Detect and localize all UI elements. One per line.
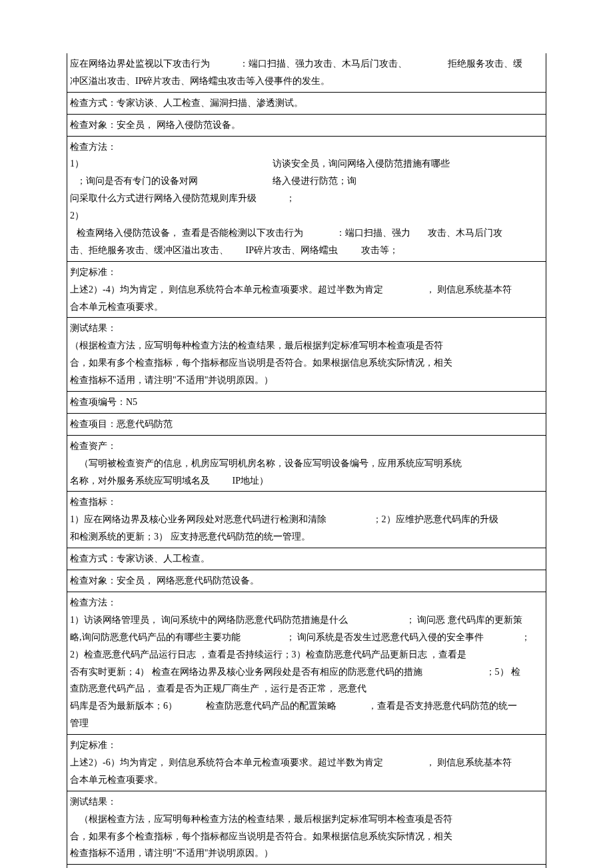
text: ；5） 检 <box>486 663 521 681</box>
text: 检查指标不适用，请注明"不适用"并说明原因。） <box>70 372 543 389</box>
cell-r6: 测试结果： （根据检查方法，应写明每种检查方法的检查结果，最后根据判定标准写明本… <box>67 318 546 392</box>
text: 名称，对外服务系统应写明域名及 <box>70 472 230 490</box>
cell-r12: 检查对象：安全员， 网络恶意代码防范设备。 <box>67 570 546 592</box>
cell-r8: 检查项目：恶意代码防范 <box>67 413 546 435</box>
text: 和检测系统的更新；3） 应支持恶意代码防范的统一管理。 <box>70 528 543 546</box>
text: 否有实时更新；4） 检查在网络边界及核心业务网段处是否有相应的防恶意代码的措施 <box>70 663 483 681</box>
text: 检查资产： <box>70 438 543 455</box>
document-page: 应在网络边界处监视以下攻击行为 ：端口扫描、强力攻击、木马后门攻击、 拒绝服务攻… <box>0 0 613 868</box>
text: ； <box>521 629 530 646</box>
cell-r15: 测试结果： （根据检查方法，应写明每种检查方法的检查结果，最后根据判定标准写明本… <box>67 791 546 865</box>
text: IP地址） <box>233 472 269 490</box>
text: 查防恶意代码产品， 查看是否为正规厂商生产 ，运行是否正常， 恶意代 <box>70 680 543 697</box>
text: （写明被检查资产的信息，机房应写明机房名称，设备应写明设备编号，应用系统应写明系… <box>70 455 543 472</box>
text: ：端口扫描、强力攻击、木马后门攻击、 <box>239 55 446 73</box>
text: 检查指标不适用，请注明"不适用"并说明原因。） <box>70 845 543 862</box>
cell-r3: 检查对象：安全员， 网络入侵防范设备。 <box>67 114 546 136</box>
text: 拒绝服务攻击、缓 <box>448 55 522 73</box>
text: （根据检查方法，应写明每种检查方法的检查结果，最后根据判定标准写明本检查项是否符 <box>70 811 543 828</box>
text: ；询问是否有专门的设备对网 <box>70 173 270 190</box>
cell-r9: 检查资产： （写明被检查资产的信息，机房应写明机房名称，设备应写明设备编号，应用… <box>67 435 546 492</box>
text: 上述2）-6）均为肯定， 则信息系统符合本单元检查项要求。超过半数为肯定 <box>70 754 423 771</box>
text: IP碎片攻击、网络蠕虫 <box>246 242 359 259</box>
text: 测试结果： <box>70 793 543 811</box>
text: 1）应在网络边界及核心业务网段处对恶意代码进行检测和清除 <box>70 511 370 528</box>
text: 合，如果有多个检查指标，每个指标都应当说明是否符合。如果根据信息系统实际情况，相… <box>70 828 543 845</box>
text: ；2）应维护恶意代码库的升级 <box>372 511 498 528</box>
text: 检查方法： <box>70 594 543 612</box>
text: 略,询问防恶意代码产品的有哪些主要功能 <box>70 629 283 646</box>
text: ， 则信息系统基本符 <box>426 754 512 771</box>
text: 1） <box>70 155 270 173</box>
text: 击、拒绝服务攻击、缓冲区溢出攻击、 <box>70 242 243 259</box>
text: 码库是否为最新版本；6） <box>70 697 203 715</box>
text: 管理 <box>70 715 543 732</box>
cell-r2: 检查方式：专家访谈、人工检查、漏洞扫描、渗透测试。 <box>67 92 546 114</box>
checklist-table: 应在网络边界处监视以下攻击行为 ：端口扫描、强力攻击、木马后门攻击、 拒绝服务攻… <box>67 53 546 868</box>
text: 1）访谈网络管理员， 询问系统中的网络防恶意代码防范措施是什么 <box>70 612 403 629</box>
text: 合本单元检查项要求。 <box>70 771 543 789</box>
text: ：端口扫描、强力 <box>336 224 426 242</box>
text: 检查网络入侵防范设备， 查看是否能检测以下攻击行为 <box>70 224 333 242</box>
text: 检查指标： <box>70 494 543 511</box>
text: 检查方法： <box>70 139 543 156</box>
text: 检查防恶意代码产品的配置策略 <box>206 697 366 715</box>
cell-r1: 应在网络边界处监视以下攻击行为 ：端口扫描、强力攻击、木马后门攻击、 拒绝服务攻… <box>67 53 546 92</box>
text: 2） <box>70 207 543 224</box>
cell-r10: 检查指标： 1）应在网络边界及核心业务网段处对恶意代码进行检测和清除 ；2）应维… <box>67 492 546 548</box>
cell-r16: 检查项编号：N6 <box>67 865 546 868</box>
text: （根据检查方法，应写明每种检查方法的检查结果，最后根据判定标准写明本检查项是否符 <box>70 337 543 354</box>
text: 问采取什么方式进行网络入侵防范规则库升级 <box>70 190 283 207</box>
text: 上述2）-4）均为肯定， 则信息系统符合本单元检查项要求。超过半数为肯定 <box>70 281 423 298</box>
text: 络入侵进行防范；询 <box>273 173 356 190</box>
cell-r5: 判定标准： 上述2）-4）均为肯定， 则信息系统符合本单元检查项要求。超过半数为… <box>67 261 546 318</box>
cell-r7: 检查项编号：N5 <box>67 392 546 414</box>
text: 冲区溢出攻击、IP碎片攻击、网络蠕虫攻击等入侵事件的发生。 <box>70 73 543 90</box>
text: ； 询问恶 意代码库的更新策 <box>406 612 522 629</box>
text: 2）检查恶意代码产品运行日志 ，查看是否持续运行；3）检查防恶意代码产品更新日志… <box>70 646 543 663</box>
cell-r13: 检查方法： 1）访谈网络管理员， 询问系统中的网络防恶意代码防范措施是什么 ； … <box>67 592 546 734</box>
cell-r14: 判定标准： 上述2）-6）均为肯定， 则信息系统符合本单元检查项要求。超过半数为… <box>67 735 546 791</box>
text: ； 询问系统是否发生过恶意代码入侵的安全事件 <box>286 629 519 646</box>
text: 合，如果有多个检查指标，每个指标都应当说明是否符合。如果根据信息系统实际情况，相… <box>70 354 543 372</box>
cell-r11: 检查方式：专家访谈、人工检查。 <box>67 548 546 570</box>
text: 合本单元检查项要求。 <box>70 298 543 316</box>
text: 应在网络边界处监视以下攻击行为 <box>70 55 237 73</box>
text: ，查看是否支持恶意代码防范的统一 <box>368 697 517 715</box>
cell-r4: 检查方法： 1） 访谈安全员，询问网络入侵防范措施有哪些 ；询问是否有专门的设备… <box>67 136 546 261</box>
text: 攻击等； <box>361 242 398 259</box>
text: 判定标准： <box>70 737 543 754</box>
text: ， 则信息系统基本符 <box>426 281 512 298</box>
text: 判定标准： <box>70 264 543 281</box>
text: ； <box>286 190 295 207</box>
text: 攻击、木马后门攻 <box>428 224 502 242</box>
text: 访谈安全员，询问网络入侵防范措施有哪些 <box>273 155 450 173</box>
text: 测试结果： <box>70 320 543 337</box>
